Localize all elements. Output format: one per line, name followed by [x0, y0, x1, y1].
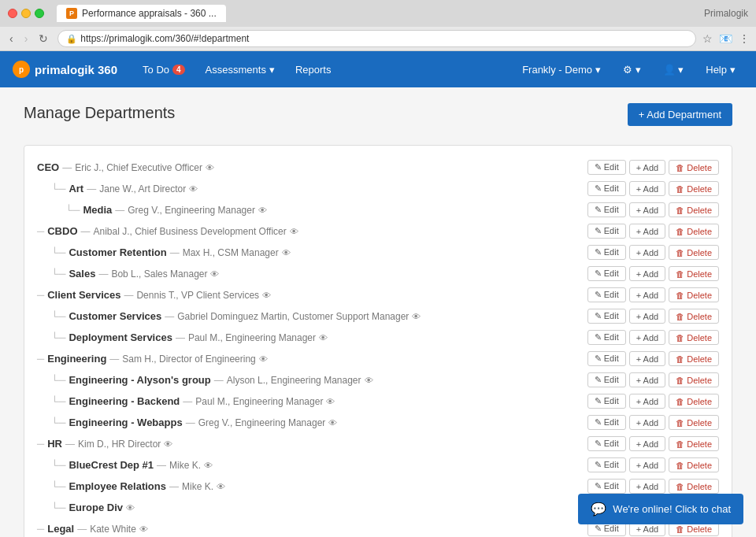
eye-icon[interactable]: 👁: [206, 163, 214, 172]
add-button[interactable]: + Add: [629, 415, 665, 430]
maximize-button[interactable]: [35, 9, 44, 18]
add-button[interactable]: + Add: [629, 181, 665, 196]
window-controls: [8, 9, 44, 18]
extension-icon[interactable]: 📧: [719, 32, 732, 45]
delete-button[interactable]: 🗑 Delete: [669, 330, 719, 345]
delete-button[interactable]: 🗑 Delete: [669, 372, 719, 387]
edit-button[interactable]: ✎ Edit: [587, 351, 626, 366]
nav-reports[interactable]: Reports: [286, 57, 341, 82]
eye-icon[interactable]: 👁: [290, 227, 298, 236]
back-button[interactable]: ‹: [6, 31, 17, 46]
delete-button[interactable]: 🗑 Delete: [669, 457, 719, 472]
add-button[interactable]: + Add: [629, 394, 665, 409]
edit-button[interactable]: ✎ Edit: [587, 245, 626, 260]
delete-button[interactable]: 🗑 Delete: [669, 160, 719, 175]
add-button[interactable]: + Add: [629, 457, 665, 472]
delete-button[interactable]: 🗑 Delete: [669, 351, 719, 366]
delete-button[interactable]: 🗑 Delete: [669, 287, 719, 302]
eye-icon[interactable]: 👁: [259, 354, 268, 364]
department-manager: Dennis T., VP Client Services: [136, 290, 259, 301]
chat-icon: 💬: [591, 502, 606, 517]
eye-icon[interactable]: 👁: [139, 524, 148, 534]
eye-icon[interactable]: 👁: [365, 376, 373, 385]
add-button[interactable]: + Add: [629, 224, 665, 239]
add-button[interactable]: + Add: [629, 330, 665, 345]
settings-menu[interactable]: ⚙ ▾: [615, 59, 649, 80]
delete-button[interactable]: 🗑 Delete: [669, 266, 719, 281]
eye-icon[interactable]: 👁: [204, 461, 213, 470]
minimize-button[interactable]: [21, 9, 31, 18]
edit-button[interactable]: ✎ Edit: [587, 202, 626, 217]
chat-widget[interactable]: 💬 We're online! Click to chat: [578, 494, 743, 524]
edit-button[interactable]: ✎ Edit: [587, 309, 626, 324]
menu-icon[interactable]: ⋮: [739, 32, 750, 45]
table-row: └─Art—Jane W., Art Director👁 ✎ Edit + Ad…: [37, 178, 719, 199]
forward-button[interactable]: ›: [21, 31, 32, 46]
eye-icon[interactable]: 👁: [328, 418, 337, 428]
edit-button[interactable]: ✎ Edit: [587, 394, 626, 409]
add-button[interactable]: + Add: [629, 287, 665, 302]
delete-button[interactable]: 🗑 Delete: [669, 415, 719, 430]
eye-icon[interactable]: 👁: [217, 482, 225, 491]
nav-todo[interactable]: To Do 4: [133, 57, 195, 82]
add-button[interactable]: + Add: [629, 479, 665, 494]
add-button[interactable]: + Add: [629, 266, 665, 281]
eye-icon[interactable]: 👁: [326, 397, 335, 406]
add-button[interactable]: + Add: [629, 202, 665, 217]
nav-assessments[interactable]: Assessments ▾: [196, 57, 284, 82]
row-actions: ✎ Edit + Add 🗑 Delete: [587, 224, 719, 239]
edit-button[interactable]: ✎ Edit: [587, 372, 626, 387]
eye-icon[interactable]: 👁: [126, 503, 135, 513]
edit-button[interactable]: ✎ Edit: [587, 330, 626, 345]
edit-button[interactable]: ✎ Edit: [587, 181, 626, 196]
navbar: p primalogik 360 To Do 4 Assessments ▾ R…: [0, 51, 756, 87]
delete-button[interactable]: 🗑 Delete: [669, 436, 719, 451]
eye-icon[interactable]: 👁: [319, 333, 328, 343]
eye-icon[interactable]: 👁: [210, 269, 219, 279]
delete-button[interactable]: 🗑 Delete: [669, 202, 719, 217]
delete-button[interactable]: 🗑 Delete: [669, 224, 719, 239]
delete-button[interactable]: 🗑 Delete: [669, 394, 719, 409]
edit-button[interactable]: ✎ Edit: [587, 287, 626, 302]
star-icon[interactable]: ☆: [702, 32, 713, 45]
navbar-nav: To Do 4 Assessments ▾ Reports: [133, 57, 514, 82]
navbar-right: Frankly - Demo ▾ ⚙ ▾ 👤 ▾ Help ▾: [514, 59, 743, 80]
refresh-button[interactable]: ↻: [35, 31, 51, 46]
department-name: Engineering: [47, 353, 106, 365]
browser-tab[interactable]: P Performance appraisals - 360 ...: [57, 5, 226, 22]
add-button[interactable]: + Add: [629, 245, 665, 260]
address-bar[interactable]: 🔒 https://primalogik.com/360/#!departmen…: [57, 30, 696, 47]
user-menu[interactable]: Frankly - Demo ▾: [514, 59, 609, 80]
help-menu[interactable]: Help ▾: [698, 59, 743, 80]
eye-icon[interactable]: 👁: [164, 439, 172, 449]
add-button[interactable]: + Add: [629, 160, 665, 175]
eye-icon[interactable]: 👁: [282, 248, 291, 257]
eye-icon[interactable]: 👁: [262, 291, 271, 300]
add-button[interactable]: + Add: [629, 372, 665, 387]
edit-button[interactable]: ✎ Edit: [587, 160, 626, 175]
eye-icon[interactable]: 👁: [412, 312, 421, 321]
edit-button[interactable]: ✎ Edit: [587, 436, 626, 451]
edit-button[interactable]: ✎ Edit: [587, 479, 626, 494]
eye-icon[interactable]: 👁: [258, 206, 267, 215]
delete-button[interactable]: 🗑 Delete: [669, 479, 719, 494]
browser-navigation[interactable]: ‹ › ↻: [6, 31, 51, 46]
close-button[interactable]: [8, 9, 17, 18]
tab-title: Performance appraisals - 360 ...: [82, 8, 217, 19]
department-manager: Paul M., Engineering Manager: [195, 396, 323, 407]
row-actions: ✎ Edit + Add 🗑 Delete: [587, 351, 719, 366]
brand[interactable]: p primalogik 360: [13, 61, 117, 78]
add-button[interactable]: + Add: [629, 436, 665, 451]
edit-button[interactable]: ✎ Edit: [587, 457, 626, 472]
add-button[interactable]: + Add: [629, 309, 665, 324]
add-department-button[interactable]: + Add Department: [628, 103, 732, 126]
edit-button[interactable]: ✎ Edit: [587, 224, 626, 239]
eye-icon[interactable]: 👁: [189, 184, 198, 194]
edit-button[interactable]: ✎ Edit: [587, 266, 626, 281]
delete-button[interactable]: 🗑 Delete: [669, 181, 719, 196]
edit-button[interactable]: ✎ Edit: [587, 415, 626, 430]
delete-button[interactable]: 🗑 Delete: [669, 309, 719, 324]
add-button[interactable]: + Add: [629, 351, 665, 366]
delete-button[interactable]: 🗑 Delete: [669, 245, 719, 260]
user-icon[interactable]: 👤 ▾: [655, 59, 692, 80]
